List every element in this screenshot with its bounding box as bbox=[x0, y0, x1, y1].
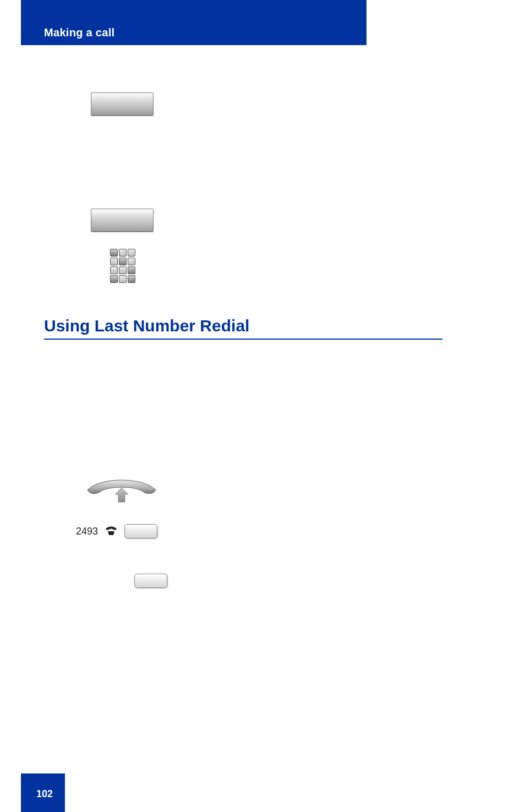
line-button-group: 2493 bbox=[76, 523, 186, 539]
line-key-button-illustration bbox=[134, 574, 167, 588]
soft-key-button-illustration bbox=[91, 92, 154, 116]
line-key-button-illustration bbox=[124, 524, 157, 538]
section-heading: Using Last Number Redial bbox=[44, 317, 442, 340]
soft-key-button-illustration bbox=[91, 209, 154, 232]
extension-number: 2493 bbox=[76, 526, 98, 537]
dialpad-icon bbox=[110, 249, 135, 284]
running-header: Making a call bbox=[44, 26, 114, 39]
document-page: Making a call Using Last Number Redial bbox=[0, 0, 525, 812]
page-number: 102 bbox=[36, 788, 53, 800]
handset-lift-icon bbox=[83, 478, 160, 504]
phone-icon bbox=[105, 526, 118, 537]
